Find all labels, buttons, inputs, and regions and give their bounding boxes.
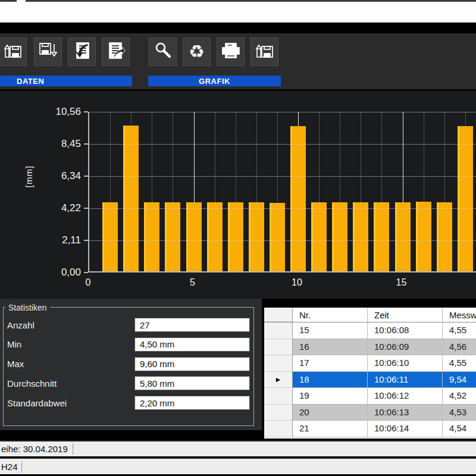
y-tick-mark — [84, 272, 88, 273]
row-selector-header[interactable] — [264, 308, 293, 322]
bar-measurement-9 — [270, 203, 285, 271]
cell-nr[interactable]: 21 — [293, 421, 368, 437]
row-selector-cell[interactable] — [264, 421, 293, 437]
cell-zeit[interactable]: 10:06:13 — [368, 405, 443, 421]
cell-nr[interactable]: 16 — [293, 339, 368, 356]
y-axis-title: [mm] — [24, 159, 34, 195]
cell-messwert[interactable]: 4,54 — [443, 421, 476, 437]
cell-zeit[interactable]: 10:06:12 — [368, 388, 443, 405]
app-window: ♻ — [0, 0, 476, 476]
cell-messwert[interactable]: 4,56 — [443, 339, 476, 356]
floppy-arrow-up-icon — [3, 41, 23, 62]
export-document-button[interactable] — [102, 37, 130, 66]
magnifier-icon — [154, 41, 173, 62]
column-header-messwert[interactable]: Messwert — [443, 308, 476, 322]
status-bar-2: H24 — [0, 458, 476, 474]
cell-messwert[interactable]: 4,55 — [443, 355, 476, 372]
printer-icon — [220, 41, 242, 62]
save-data-button[interactable] — [34, 37, 62, 66]
row-selector-cell[interactable]: ► — [264, 372, 293, 389]
cell-zeit[interactable]: 10:06:09 — [368, 339, 443, 356]
cell-zeit[interactable]: 10:06:14 — [368, 421, 443, 437]
cell-nr[interactable]: 15 — [293, 322, 368, 339]
column-header-nr[interactable]: Nr. — [293, 308, 368, 322]
table-row[interactable]: ►1810:06:119,54 — [264, 372, 476, 389]
cell-nr[interactable]: 20 — [293, 405, 368, 421]
bar-measurement-14 — [374, 202, 389, 271]
stat-row-standardabwei: Standardabwei — [7, 396, 251, 409]
bar-measurement-8 — [249, 202, 264, 271]
cell-zeit[interactable]: 10:06:10 — [368, 355, 443, 372]
cell-messwert[interactable]: 9,54 — [443, 372, 476, 389]
load-data-button[interactable] — [0, 37, 27, 66]
cell-messwert[interactable]: 4,55 — [443, 322, 476, 339]
y-tick-label: 2,11 — [35, 234, 81, 246]
stat-value-input[interactable] — [135, 396, 249, 409]
daten-label: DATEN — [17, 77, 44, 86]
plot-area — [88, 112, 476, 273]
toolbar-group-daten: DATEN — [0, 76, 132, 86]
stat-value-input[interactable] — [135, 318, 249, 331]
y-gridline — [89, 144, 476, 145]
x-tick-label: 0 — [76, 277, 100, 288]
table-row[interactable]: 1510:06:084,55 — [264, 322, 476, 339]
import-document-button[interactable] — [68, 37, 96, 66]
bar-measurement-18 — [458, 126, 473, 271]
row-selector-cell[interactable] — [264, 405, 293, 421]
x-tick-label: 15 — [390, 277, 414, 288]
cell-nr[interactable]: 18 — [293, 372, 368, 389]
row-selector-cell[interactable] — [264, 355, 293, 372]
print-button[interactable] — [217, 37, 245, 66]
stat-value-input[interactable] — [135, 377, 249, 390]
x-tick-label: 5 — [181, 277, 205, 288]
stat-row-min: Min — [7, 338, 251, 351]
window-separator-band — [0, 23, 476, 33]
bar-measurement-2 — [123, 126, 139, 271]
status-device-text: H24 — [0, 462, 18, 472]
bar-measurement-4 — [165, 202, 180, 271]
stat-value-input[interactable] — [135, 338, 249, 351]
status-bar-1: eihe: 30.04.2019 — [0, 440, 476, 456]
cell-messwert[interactable]: 4,53 — [443, 405, 476, 421]
cell-zeit[interactable]: 10:06:08 — [368, 322, 443, 339]
export-graphic-button[interactable] — [250, 37, 278, 66]
statistics-title: Statistiken — [5, 303, 50, 312]
row-selector-cell[interactable] — [264, 388, 293, 405]
table-row[interactable]: 2010:06:134,53 — [264, 405, 476, 421]
stat-value-input[interactable] — [135, 358, 249, 371]
table-row[interactable]: 1910:06:124,52 — [264, 388, 476, 405]
status-separator — [73, 443, 73, 455]
stat-label: Standardabwei — [7, 398, 67, 408]
refresh-button[interactable]: ♻ — [183, 37, 211, 66]
stat-label: Anzahl — [7, 320, 35, 330]
bar-measurement-6 — [207, 202, 223, 271]
cell-nr[interactable]: 19 — [293, 388, 368, 405]
grafik-label: GRAFIK — [199, 77, 230, 86]
zoom-button[interactable] — [149, 37, 177, 66]
bar-measurement-11 — [311, 202, 327, 271]
y-tick-label: 0,00 — [35, 267, 81, 278]
y-tick-mark — [84, 176, 88, 177]
bar-measurement-5 — [186, 202, 202, 271]
y-gridline — [89, 240, 476, 241]
recycle-icon: ♻ — [189, 43, 205, 61]
table-row[interactable]: 1610:06:094,56 — [264, 339, 476, 356]
y-tick-mark — [84, 208, 88, 209]
stat-label: Durchschnitt — [7, 378, 57, 389]
cell-zeit[interactable]: 10:06:11 — [368, 372, 443, 389]
chart-area: [mm] 0,002,114,226,348,4510,56 051015 — [0, 91, 476, 299]
table-row[interactable]: 1710:06:104,55 — [264, 355, 476, 372]
bar-measurement-10 — [290, 126, 306, 271]
row-selector-cell[interactable] — [264, 339, 293, 356]
cell-messwert[interactable]: 4,52 — [443, 388, 476, 405]
bar-measurement-16 — [416, 202, 431, 271]
y-tick-label: 6,34 — [35, 170, 81, 182]
statistics-panel: Statistiken AnzahlMinMaxDurchschnittStan… — [0, 299, 262, 430]
table-row[interactable]: 2110:06:144,54 — [264, 421, 476, 437]
cell-nr[interactable]: 17 — [293, 355, 368, 372]
document-arrow-out-icon — [107, 41, 126, 62]
bar-measurement-3 — [144, 202, 159, 271]
y-tick-label: 10,56 — [35, 106, 81, 118]
column-header-zeit[interactable]: Zeit — [368, 308, 443, 322]
row-selector-cell[interactable] — [264, 322, 293, 339]
